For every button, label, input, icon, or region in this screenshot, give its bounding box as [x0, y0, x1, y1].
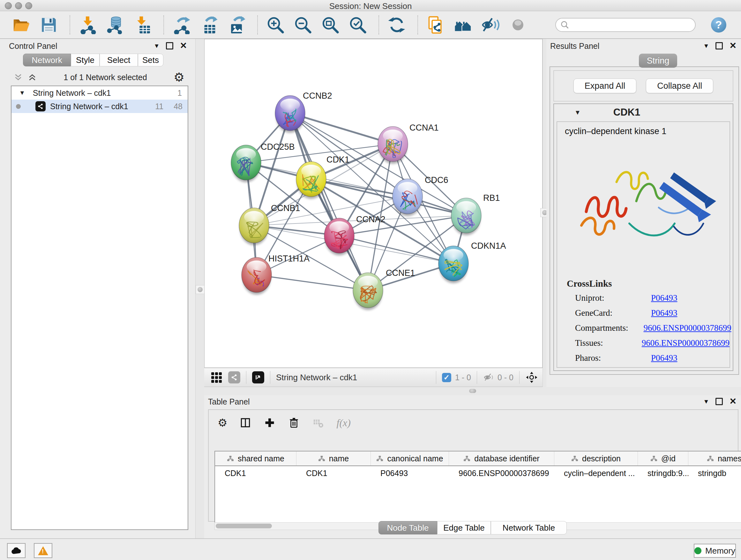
crosslink-link[interactable]: P06493: [651, 353, 677, 363]
table-close-icon[interactable]: ✕: [729, 397, 737, 406]
export-network-button[interactable]: [172, 16, 191, 34]
network-options-gear-icon[interactable]: ⚙: [174, 71, 185, 83]
memory-button[interactable]: Memory: [694, 544, 736, 558]
cloud-icon: [11, 547, 22, 555]
network-row-selected[interactable]: String Network – cdk1 11 48: [11, 100, 188, 113]
node-label-CCNE1: CCNE1: [386, 268, 415, 278]
homes-button[interactable]: [454, 16, 472, 34]
table-options-gear-icon[interactable]: ⚙: [218, 417, 227, 428]
tab-edge-table[interactable]: Edge Table: [437, 521, 491, 535]
crosslink-label: Compartments:: [557, 323, 628, 333]
tab-network-table[interactable]: Network Table: [491, 521, 567, 535]
hide-selected-button[interactable]: [481, 16, 500, 34]
crosslink-link[interactable]: P06493: [651, 308, 677, 318]
table-row[interactable]: CDK1CDK1P064939606.ENSP00000378699cyclin…: [215, 466, 741, 480]
column-header-database-identifier[interactable]: database identifier: [449, 451, 554, 465]
results-float-icon[interactable]: [716, 42, 723, 50]
tab-select[interactable]: Select: [99, 54, 138, 66]
panel-float-icon[interactable]: [166, 42, 173, 50]
column-header-namespace[interactable]: namespace: [688, 451, 741, 465]
entry-collapse-icon[interactable]: ▼: [575, 109, 581, 116]
toolbar-separator: [163, 15, 164, 35]
expand-all-button[interactable]: Expand All: [574, 78, 636, 93]
collapse-all-button[interactable]: Collapse All: [646, 78, 713, 93]
birds-eye-view-icon[interactable]: [211, 372, 222, 383]
node-label-CDK1: CDK1: [327, 155, 349, 165]
search-input[interactable]: [555, 18, 696, 32]
network-node-CCNA1[interactable]: CCNA1: [378, 123, 439, 164]
zoom-fit-button[interactable]: [321, 16, 340, 34]
zoom-in-button[interactable]: [266, 16, 285, 34]
divider-handle[interactable]: [196, 285, 205, 294]
network-node-CDKN1A[interactable]: CDKN1A: [439, 241, 506, 283]
network-view-title: String Network – cdk1: [276, 373, 357, 382]
table-menu-icon[interactable]: ▼: [703, 398, 710, 405]
import-table-button[interactable]: [133, 16, 152, 34]
table-cell[interactable]: 9606.ENSP00000378699: [449, 466, 554, 480]
zoom-out-button[interactable]: [293, 16, 312, 34]
network-collection-row[interactable]: ▼ String Network – cdk1 1: [11, 86, 188, 100]
string-badge-icon[interactable]: [228, 371, 240, 383]
cloud-status-button[interactable]: [7, 543, 25, 558]
open-in-new-window-icon[interactable]: [252, 371, 264, 383]
export-image-button[interactable]: [227, 16, 246, 34]
panel-menu-icon[interactable]: ▼: [154, 43, 160, 50]
crosslink-label: Pharos:: [557, 353, 636, 363]
warning-status-button[interactable]: [34, 543, 52, 558]
selected-checkbox-icon[interactable]: ✓: [442, 373, 451, 382]
table-divider-handle[interactable]: [469, 389, 476, 393]
column-header-description[interactable]: description: [554, 451, 638, 465]
node-label-CCNA2: CCNA2: [356, 214, 386, 224]
add-column-icon[interactable]: [264, 417, 276, 429]
table-cell[interactable]: stringdb:9...: [638, 466, 688, 480]
table-float-icon[interactable]: [716, 398, 723, 405]
export-table-button[interactable]: [200, 16, 218, 34]
collection-count: 1: [178, 88, 182, 98]
import-network-button[interactable]: [78, 16, 97, 34]
table-cell[interactable]: cyclin–dependent ...: [554, 466, 638, 480]
tab-string[interactable]: String: [639, 54, 677, 68]
network-node-CCNE1[interactable]: CCNE1: [353, 268, 415, 310]
tab-style[interactable]: Style: [71, 54, 99, 66]
results-close-icon[interactable]: ✕: [729, 42, 737, 50]
network-node-CCNB1[interactable]: CCNB1: [239, 203, 300, 245]
network-node-CCNB2[interactable]: CCNB2: [275, 91, 332, 133]
fit-content-icon[interactable]: [525, 371, 538, 384]
network-node-CDK1[interactable]: CDK1: [296, 155, 349, 199]
update-button[interactable]: [387, 16, 406, 34]
column-header-canonical-name[interactable]: canonical name: [371, 451, 449, 465]
results-menu-icon[interactable]: ▼: [703, 43, 710, 50]
table-cell[interactable]: P06493: [371, 466, 449, 480]
network-canvas[interactable]: CCNB2CCNA1CDC25BCDK1CDC6RB1CCNB1CCNA2CDK…: [204, 39, 542, 368]
save-session-button[interactable]: [40, 16, 58, 34]
crosslink-link[interactable]: 9606.ENSP00000378699: [643, 323, 731, 333]
tab-node-table[interactable]: Node Table: [379, 521, 437, 535]
zoom-selected-button[interactable]: [348, 16, 367, 34]
column-header-name[interactable]: name: [296, 451, 371, 465]
tab-network[interactable]: Network: [23, 54, 71, 66]
column-header--id[interactable]: @id: [638, 451, 688, 465]
collapse-all-icon[interactable]: [13, 73, 23, 81]
collection-expand-icon[interactable]: ▼: [19, 89, 25, 97]
table-cell[interactable]: CDK1: [296, 466, 371, 480]
table-cell[interactable]: stringdb: [688, 466, 741, 480]
network-canvas-svg: CCNB2CCNA1CDC25BCDK1CDC6RB1CCNB1CCNA2CDK…: [205, 39, 542, 368]
import-network-from-file-button[interactable]: [426, 16, 445, 34]
help-button[interactable]: ?: [711, 17, 726, 33]
show-columns-icon[interactable]: [239, 417, 252, 429]
tab-sets[interactable]: Sets: [138, 54, 163, 66]
crosslink-link[interactable]: P06493: [651, 293, 677, 303]
import-network-from-database-button[interactable]: [106, 16, 125, 34]
delete-column-icon[interactable]: [288, 417, 300, 429]
hidden-eye-icon[interactable]: [483, 373, 494, 382]
show-all-button[interactable]: [509, 16, 527, 34]
column-header-shared-name[interactable]: shared name: [215, 451, 296, 465]
toolbar-separator: [379, 15, 379, 35]
panel-close-icon[interactable]: ✕: [180, 42, 187, 50]
expand-all-icon[interactable]: [27, 73, 37, 81]
crosslink-link[interactable]: 9606.ENSP00000378699: [642, 338, 730, 348]
network-node-RB1[interactable]: RB1: [451, 193, 500, 235]
table-cell[interactable]: CDK1: [215, 466, 296, 480]
network-node-HIST1H1A[interactable]: HIST1H1A: [242, 254, 310, 295]
open-session-button[interactable]: [12, 16, 30, 34]
